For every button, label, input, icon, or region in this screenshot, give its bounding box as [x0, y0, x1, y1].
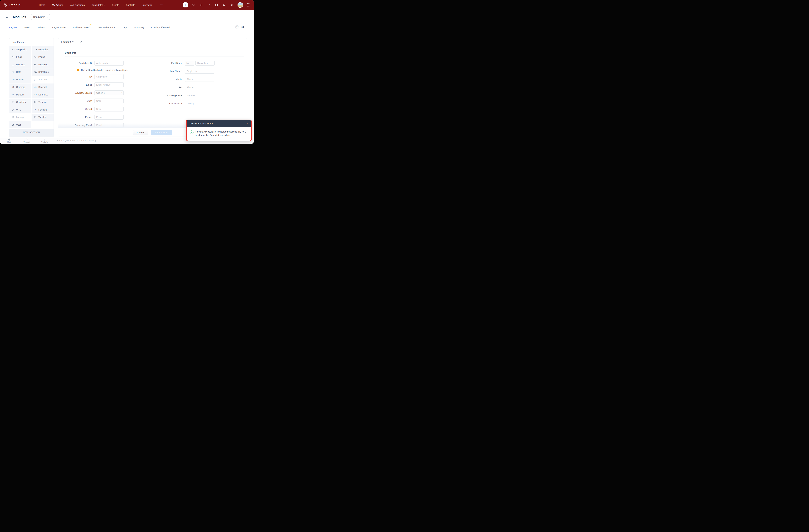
- tab-tabular[interactable]: Tabular: [37, 26, 45, 29]
- back-arrow-icon[interactable]: ←: [5, 15, 9, 19]
- select-arrows-icon: ▴▾: [192, 62, 193, 64]
- tab-fields[interactable]: Fields: [24, 26, 31, 29]
- long-integer-icon: 9..9: [34, 94, 37, 96]
- top-navigation: Home My Actions Job Openings Candidates▾…: [39, 4, 163, 6]
- tab-validation-rules[interactable]: Validation Rules✦✦: [73, 26, 90, 29]
- field-type-decimal[interactable]: .00 Decimal: [32, 84, 54, 91]
- pay-input[interactable]: [94, 74, 124, 79]
- tab-cooling-off-period[interactable]: Cooling-off Period: [151, 26, 170, 29]
- module-selector-value: Candidates: [33, 16, 45, 18]
- tab-tags[interactable]: Tags: [122, 26, 127, 29]
- channels-button[interactable]: Channels: [23, 138, 31, 143]
- field-type-checkbox[interactable]: Checkbox: [10, 99, 31, 106]
- notifications-bell-icon[interactable]: [222, 3, 226, 7]
- field-row-fax: Fax: [154, 85, 247, 90]
- exchange-rate-input[interactable]: [185, 93, 214, 98]
- certifications-input[interactable]: [185, 101, 214, 106]
- secondary-email-input[interactable]: [94, 123, 124, 128]
- layout-settings-gear-icon[interactable]: [80, 40, 83, 43]
- field-type-date[interactable]: 10 Date: [10, 68, 31, 76]
- field-type-email[interactable]: Email: [10, 53, 31, 61]
- chats-button[interactable]: Chats: [5, 138, 13, 143]
- layout-selector-dropdown[interactable]: Standard: [61, 40, 74, 43]
- layout-selector-value: Standard: [61, 40, 71, 43]
- first-name-input[interactable]: [195, 61, 214, 66]
- nav-my-actions[interactable]: My Actions: [52, 4, 64, 6]
- field-type-single-line[interactable]: Single Li...: [10, 46, 31, 53]
- checkbox-icon: [12, 101, 15, 103]
- save-layout-button[interactable]: Save Layout: [151, 130, 172, 135]
- mobile-input[interactable]: [185, 77, 214, 82]
- hamburger-menu-icon[interactable]: [30, 4, 33, 6]
- phone-icon: [34, 56, 37, 58]
- nav-more-icon[interactable]: •••: [160, 4, 163, 6]
- field-type-percent[interactable]: % Percent: [10, 91, 31, 98]
- email-input[interactable]: [94, 82, 124, 87]
- nav-job-openings[interactable]: Job Openings: [70, 4, 85, 6]
- field-type-formula[interactable]: fx Formula: [32, 106, 54, 113]
- phone-input[interactable]: [94, 115, 124, 120]
- candidate-id-input[interactable]: [94, 61, 124, 66]
- field-row-email: Email: [61, 82, 154, 87]
- field-type-terms-of-service[interactable]: Terms o...: [32, 99, 54, 106]
- new-section-drop-target[interactable]: NEW SECTION: [10, 128, 54, 136]
- tab-links-and-buttons[interactable]: Links and Buttons: [97, 26, 115, 29]
- multi-select-icon: [34, 63, 37, 66]
- help-button[interactable]: ? Help: [235, 25, 244, 29]
- nav-home[interactable]: Home: [39, 4, 45, 6]
- last-name-input[interactable]: [185, 69, 214, 74]
- required-asterisk: *: [182, 70, 182, 72]
- field-type-currency[interactable]: $ Currency: [10, 84, 31, 91]
- field-type-empty-cell: [32, 121, 54, 128]
- tab-summary[interactable]: Summary: [134, 26, 144, 29]
- currency-icon: $: [12, 86, 15, 88]
- lookup-icon: [12, 116, 15, 118]
- fax-input[interactable]: [185, 85, 214, 90]
- field-label: Exchange Rate: [154, 94, 182, 97]
- module-selector-dropdown[interactable]: Candidates ▾: [31, 14, 50, 20]
- top-header-bar: Recruit Home My Actions Job Openings Can…: [0, 0, 254, 10]
- quick-add-button[interactable]: +: [183, 2, 188, 7]
- single-line-icon: [12, 48, 15, 51]
- nav-candidates[interactable]: Candidates▾: [91, 4, 105, 6]
- user-avatar[interactable]: [238, 2, 243, 8]
- close-icon[interactable]: ✕: [246, 122, 248, 125]
- tab-layout-rules[interactable]: Layout Rules: [52, 26, 66, 29]
- calendar-icon[interactable]: [215, 3, 218, 7]
- field-label: Email: [61, 84, 92, 86]
- user-input[interactable]: [94, 99, 124, 103]
- cancel-button[interactable]: Cancel: [133, 130, 148, 135]
- field-type-phone[interactable]: Phone: [32, 53, 54, 61]
- field-type-url[interactable]: URL: [10, 106, 31, 113]
- field-type-tabular[interactable]: Tabular: [32, 114, 54, 121]
- tab-layouts[interactable]: Layouts: [9, 26, 17, 29]
- field-type-multi-select[interactable]: Multi-Se...: [32, 61, 54, 68]
- field-label: Fax: [154, 86, 182, 89]
- nav-clients[interactable]: Clients: [112, 4, 119, 6]
- section-title: Basic Info: [65, 51, 247, 54]
- announcement-icon[interactable]: [200, 3, 203, 7]
- field-type-number[interactable]: 123 Number: [10, 76, 31, 83]
- field-type-date-time[interactable]: Date/Time: [32, 68, 54, 76]
- search-icon[interactable]: [192, 3, 195, 7]
- mail-icon[interactable]: [207, 3, 211, 7]
- chevron-down-icon: ▾: [104, 4, 105, 6]
- field-type-user[interactable]: User: [10, 121, 31, 128]
- svg-text:2: 2: [34, 80, 35, 81]
- contacts-button[interactable]: Contacts: [41, 138, 48, 143]
- apps-grid-icon[interactable]: [247, 3, 250, 6]
- nav-interviews[interactable]: Interviews: [142, 4, 152, 6]
- field-type-long-integer[interactable]: 9..9 Long Int...: [32, 91, 54, 98]
- field-type-pick-list[interactable]: Pick List: [10, 61, 31, 68]
- multi-line-icon: [34, 48, 37, 51]
- advisory-boards-select[interactable]: Option 1 ▴▾: [94, 90, 124, 95]
- settings-gear-icon[interactable]: [230, 3, 234, 7]
- user-3-input[interactable]: [94, 107, 124, 111]
- unused-fields-row[interactable]: Unused Fields › 20: [10, 136, 54, 137]
- field-type-multi-line[interactable]: Multi-Line: [32, 46, 54, 53]
- salutation-select[interactable]: Mr. ▴▾: [185, 61, 194, 66]
- app-logo[interactable]: Recruit: [3, 2, 20, 7]
- user-icon: [12, 123, 15, 126]
- nav-contacts[interactable]: Contacts: [126, 4, 135, 6]
- new-fields-dropdown[interactable]: New Fields: [10, 38, 54, 46]
